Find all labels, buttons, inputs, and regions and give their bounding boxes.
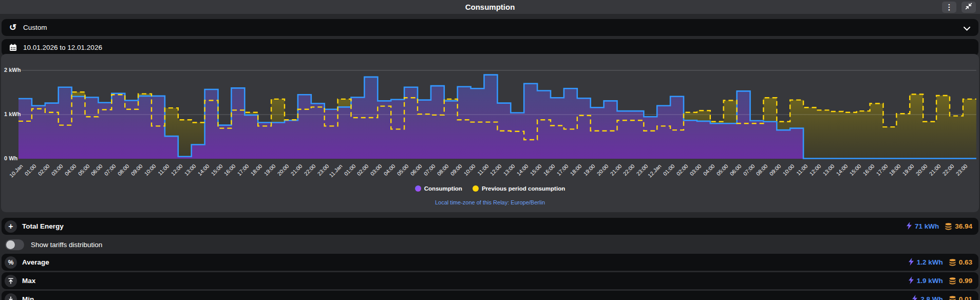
legend-label: Previous period consumption [482, 185, 565, 192]
collapse-button[interactable] [962, 2, 976, 13]
tariffs-toggle-label: Show tariffs distribution [31, 241, 102, 249]
toggle-knob [6, 240, 15, 249]
y-tick-1kwh: 1 kWh [4, 111, 21, 117]
tariffs-toggle-row: Show tariffs distribution [2, 236, 978, 253]
min-cost-value: 0.01 [959, 295, 972, 300]
min-label: Min [22, 295, 34, 300]
y-tick-2kwh: 2 kWh [4, 67, 21, 73]
legend-item[interactable]: Previous period consumption [473, 185, 565, 192]
header-bar: Consumption ⋮ [0, 0, 980, 14]
chart-legend: ConsumptionPrevious period consumption [1, 185, 979, 192]
total-energy-row[interactable]: + Total Energy 71 kWh 36.94 [2, 218, 978, 235]
consumption-widget: { "header": { "title": "Consumption" }, … [0, 0, 980, 300]
range-selector-value: Custom [23, 24, 47, 31]
total-cost-value: 36.94 [955, 222, 972, 230]
legend-item[interactable]: Consumption [415, 185, 462, 192]
average-label: Average [22, 258, 49, 266]
max-cost-value: 0.99 [959, 277, 972, 285]
max-icon [5, 275, 17, 287]
total-energy-value: 71 kWh [915, 222, 939, 230]
max-label: Max [22, 277, 35, 285]
coins-icon [949, 259, 956, 266]
max-row: Max 1.9 kWh 0.99 [2, 272, 978, 289]
date-range-value: 10.01.2026 to 12.01.2026 [23, 44, 102, 51]
coins-icon [949, 277, 956, 285]
calendar-icon [8, 44, 17, 51]
collapse-icon [964, 2, 973, 13]
average-icon: % [5, 256, 17, 269]
coins-icon [945, 223, 952, 230]
history-icon: ↺ [8, 23, 17, 32]
average-cost-value: 0.63 [959, 258, 972, 266]
lightning-icon [908, 276, 914, 286]
min-row: Min 2.8 Wh 0.01 [2, 291, 978, 300]
average-energy-value: 1.2 kWh [917, 258, 943, 266]
lightning-icon [908, 258, 914, 267]
kebab-icon: ⋮ [946, 3, 953, 12]
previous-period-dot-icon [473, 185, 479, 192]
min-energy-value: 2.8 Wh [920, 295, 943, 300]
max-energy-value: 1.9 kWh [917, 277, 943, 285]
menu-button[interactable]: ⋮ [942, 2, 956, 13]
min-icon [5, 293, 17, 300]
chevron-down-icon [964, 25, 970, 32]
page-title: Consumption [0, 0, 980, 14]
lightning-icon [912, 295, 918, 300]
y-tick-0wh: 0 Wh [4, 155, 17, 161]
consumption-dot-icon [415, 185, 421, 192]
legend-label: Consumption [424, 185, 462, 192]
timezone-note: Local time-zone of this Relay: Europe/Be… [1, 199, 979, 205]
lightning-icon [906, 222, 912, 231]
average-row: % Average 1.2 kWh 0.63 [2, 254, 978, 271]
total-energy-label: Total Energy [22, 222, 64, 230]
consumption-chart: 2 kWh 1 kWh 0 Wh 10.Jan01:0002:0003:0004… [1, 54, 979, 212]
coins-icon [949, 296, 956, 300]
tariffs-toggle[interactable] [5, 239, 24, 250]
range-selector[interactable]: ↺ Custom [2, 19, 978, 36]
expand-plus-icon[interactable]: + [5, 220, 17, 233]
